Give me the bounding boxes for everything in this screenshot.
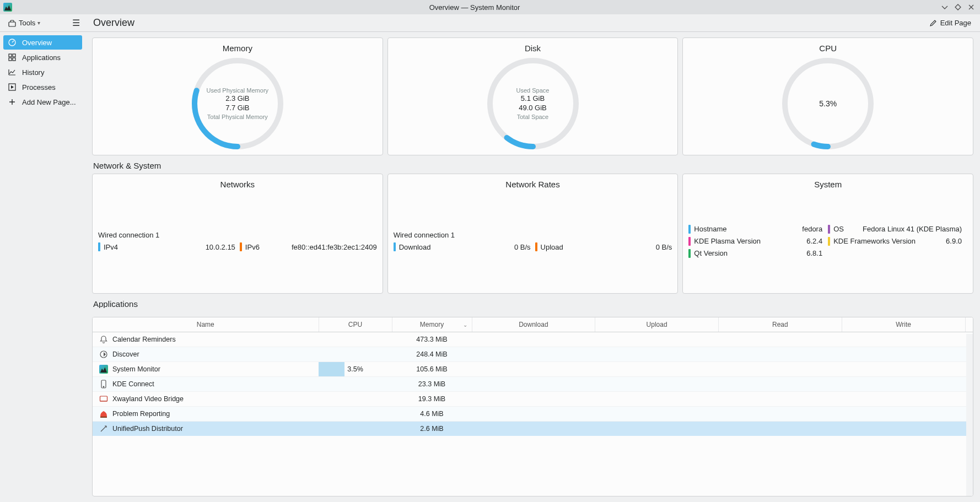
- toolbox-icon: [8, 19, 17, 28]
- app-row-icon: [99, 409, 108, 418]
- col-upload[interactable]: Upload: [595, 317, 719, 332]
- disk-card: Disk Used Space 5.1 GiB 49.0 GiB Total S…: [387, 37, 679, 155]
- close-button[interactable]: [966, 2, 977, 13]
- applications-section-title: Applications: [93, 299, 973, 308]
- table-row[interactable]: UnifiedPush Distributor2.6 MiB: [93, 422, 973, 436]
- svg-rect-3: [13, 54, 15, 57]
- download-label: Download: [399, 243, 431, 251]
- table-row[interactable]: Xwayland Video Bridge19.3 MiB: [93, 392, 973, 407]
- sidebar-item-label: Applications: [22, 53, 61, 62]
- ipv6-value: fe80::ed41:fe3b:2ec1:2409: [292, 243, 377, 251]
- memory-used-label: Used Physical Memory: [207, 87, 268, 94]
- qt-value: 6.8.1: [806, 249, 828, 257]
- toolbar: Tools ▾ ☰ Overview Edit Page: [0, 14, 980, 32]
- app-name: Problem Reporting: [112, 410, 170, 418]
- apps-grid-icon: [8, 53, 17, 62]
- app-name: Discover: [112, 350, 139, 358]
- cpu-value: 3.5%: [347, 365, 363, 373]
- ipv4-label: IPv4: [104, 243, 118, 251]
- table-row[interactable]: System Monitor3.5%105.6 MiB: [93, 362, 973, 377]
- cpu-percent: 5.3%: [819, 99, 837, 109]
- download-tick-icon: [394, 242, 396, 251]
- edit-page-button[interactable]: Edit Page: [926, 17, 974, 29]
- hamburger-menu-button[interactable]: ☰: [71, 18, 81, 28]
- memory-value: 2.6 MiB: [420, 425, 443, 433]
- system-card: System Hostnamefedora KDE Plasma Version…: [682, 174, 973, 294]
- line-chart-icon: [8, 68, 17, 77]
- ipv4-value: 10.0.2.15: [206, 243, 235, 251]
- sidebar-item-label: Add New Page...: [22, 98, 76, 106]
- connection-name: Wired connection 1: [98, 231, 377, 239]
- networks-card: Networks Wired connection 1 IPv4 10.0.2.…: [92, 174, 383, 294]
- svg-rect-2: [9, 54, 12, 57]
- networks-title: Networks: [93, 180, 383, 189]
- svg-rect-5: [13, 58, 15, 61]
- rates-connection-name: Wired connection 1: [394, 231, 672, 239]
- col-scrollbar-gutter: [965, 317, 973, 332]
- memory-value: 473.3 MiB: [416, 336, 447, 343]
- memory-value: 248.4 MiB: [416, 350, 447, 358]
- qt-tick-icon: [688, 249, 691, 258]
- maximize-button[interactable]: [952, 2, 963, 13]
- page-title: Overview: [93, 17, 134, 29]
- os-value: Fedora Linux 41 (KDE Plasma): [863, 225, 967, 233]
- col-read[interactable]: Read: [719, 317, 842, 332]
- titlebar: Overview — System Monitor: [0, 0, 980, 14]
- table-row[interactable]: Calendar Reminders473.3 MiB: [93, 332, 973, 347]
- svg-rect-0: [9, 22, 15, 26]
- table-scrollbar[interactable]: [966, 334, 973, 496]
- col-name[interactable]: Name: [93, 317, 319, 332]
- kf-value: 6.9.0: [946, 237, 967, 245]
- col-memory[interactable]: Memory⌄: [392, 317, 472, 332]
- cpu-title: CPU: [819, 44, 837, 53]
- plasma-value: 6.2.4: [806, 237, 828, 245]
- memory-title: Memory: [223, 44, 252, 53]
- svg-rect-16: [100, 396, 107, 401]
- download-value: 0 B/s: [514, 243, 531, 251]
- minimize-button[interactable]: [939, 2, 950, 13]
- col-cpu[interactable]: CPU: [319, 317, 392, 332]
- col-write[interactable]: Write: [842, 317, 965, 332]
- memory-value: 23.3 MiB: [418, 380, 445, 388]
- kf-label: KDE Frameworks Version: [833, 237, 916, 245]
- table-row[interactable]: Problem Reporting4.6 MiB: [93, 407, 973, 422]
- sidebar-item-applications[interactable]: Applications: [3, 50, 82, 64]
- sidebar-item-label: Overview: [22, 39, 52, 47]
- upload-label: Upload: [541, 243, 563, 251]
- table-row[interactable]: KDE Connect23.3 MiB: [93, 377, 973, 392]
- app-row-icon: [99, 350, 108, 359]
- hostname-label: Hostname: [694, 225, 726, 233]
- memory-value: 19.3 MiB: [418, 395, 445, 403]
- table-row[interactable]: Discover248.4 MiB: [93, 347, 973, 362]
- sidebar-item-processes[interactable]: Processes: [3, 80, 82, 94]
- memory-used-value: 2.3 GiB: [225, 94, 249, 104]
- kf-tick-icon: [828, 237, 830, 246]
- svg-rect-4: [9, 58, 12, 61]
- tools-menu-button[interactable]: Tools ▾: [4, 17, 44, 29]
- sidebar-item-add-page[interactable]: Add New Page...: [3, 95, 82, 109]
- app-row-icon: [99, 365, 108, 374]
- app-name: System Monitor: [112, 365, 160, 373]
- applications-section: Name CPU Memory⌄ Download Upload Read Wr…: [92, 317, 973, 496]
- sidebar-item-history[interactable]: History: [3, 65, 82, 79]
- hostname-value: fedora: [802, 225, 828, 233]
- hostname-tick-icon: [688, 225, 691, 234]
- disk-title: Disk: [525, 44, 541, 53]
- app-row-icon: [99, 335, 108, 344]
- app-icon: [3, 3, 12, 12]
- memory-total-label: Total Physical Memory: [207, 113, 268, 121]
- app-name: Calendar Reminders: [112, 336, 176, 343]
- plasma-tick-icon: [688, 237, 691, 246]
- system-title: System: [683, 180, 973, 189]
- sidebar-item-overview[interactable]: Overview: [3, 35, 82, 50]
- sidebar-item-label: Processes: [22, 83, 56, 91]
- app-row-icon: [99, 380, 108, 388]
- ipv6-label: IPv6: [245, 243, 260, 251]
- rates-title: Network Rates: [388, 180, 678, 189]
- memory-value: 105.6 MiB: [416, 365, 447, 373]
- sort-indicator-icon: ⌄: [463, 322, 467, 328]
- gauges-row: Memory Used Physical Memory 2.3 GiB 7.7 …: [92, 37, 973, 155]
- svg-rect-17: [100, 417, 107, 418]
- pencil-icon: [929, 19, 937, 27]
- col-download[interactable]: Download: [472, 317, 595, 332]
